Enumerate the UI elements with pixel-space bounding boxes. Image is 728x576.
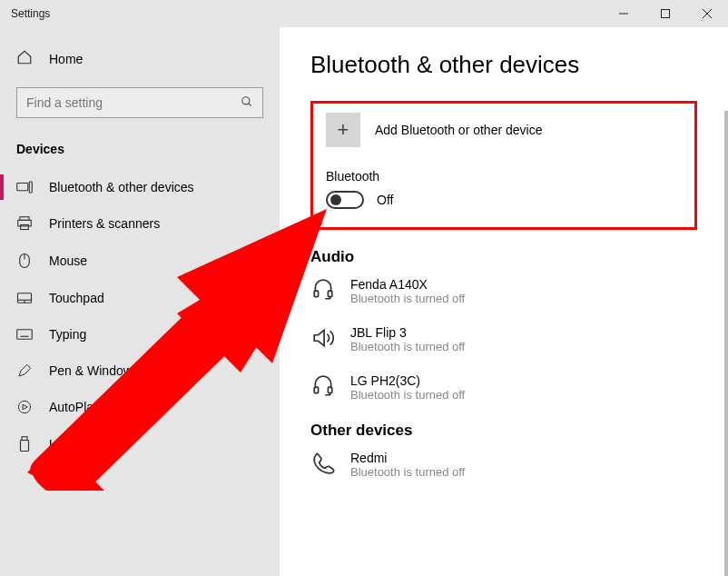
svg-line-5	[249, 103, 251, 105]
device-status: Bluetooth is turned off	[350, 340, 465, 353]
nav-touchpad[interactable]: Touchpad	[0, 280, 280, 316]
mouse-icon	[16, 253, 33, 269]
maximize-button[interactable]	[644, 0, 686, 27]
svg-rect-26	[328, 291, 331, 297]
nav-label: Pen & Windows Ink	[49, 363, 159, 378]
nav-label: Typing	[49, 327, 86, 342]
device-row[interactable]: Redmi Bluetooth is turned off	[310, 451, 697, 479]
svg-rect-24	[21, 441, 29, 452]
section-title: Devices	[0, 134, 280, 169]
svg-rect-27	[314, 387, 318, 393]
add-device-row[interactable]: + Add Bluetooth or other device	[326, 113, 682, 147]
plus-icon: +	[326, 113, 360, 147]
autoplay-icon	[16, 400, 33, 414]
audio-heading: Audio	[310, 248, 697, 266]
nav-usb[interactable]: USB	[0, 425, 280, 463]
printer-icon	[16, 216, 33, 231]
device-status: Bluetooth is turned off	[350, 465, 465, 479]
annotation-box: + Add Bluetooth or other device Bluetoot…	[310, 101, 697, 230]
touchpad-icon	[16, 292, 33, 304]
page-heading: Bluetooth & other devices	[310, 51, 697, 79]
phone-icon	[310, 451, 336, 476]
bluetooth-label: Bluetooth	[326, 169, 682, 184]
svg-point-4	[242, 96, 250, 104]
scrollbar[interactable]	[724, 111, 728, 576]
svg-rect-28	[328, 387, 331, 393]
close-button[interactable]	[686, 0, 728, 27]
sidebar: Home Devices Bluetooth & other devices P…	[0, 27, 280, 576]
usb-icon	[16, 436, 33, 452]
nav-label: AutoPlay	[49, 400, 100, 414]
add-device-label: Add Bluetooth or other device	[375, 123, 542, 137]
headset-icon	[310, 373, 336, 399]
nav-label: Bluetooth & other devices	[49, 180, 194, 194]
nav-label: USB	[49, 437, 75, 452]
keyboard-icon	[16, 329, 33, 340]
svg-point-22	[18, 401, 30, 412]
device-row[interactable]: JBL Flip 3 Bluetooth is turned off	[310, 325, 697, 353]
device-name: Fenda A140X	[350, 277, 465, 292]
bluetooth-toggle[interactable]	[326, 191, 364, 209]
svg-rect-6	[17, 184, 28, 191]
nav-label: Mouse	[49, 253, 87, 268]
svg-rect-1	[662, 10, 670, 18]
device-row[interactable]: Fenda A140X Bluetooth is turned off	[310, 277, 697, 305]
svg-rect-10	[21, 224, 29, 229]
home-nav[interactable]: Home	[0, 40, 280, 78]
search-input[interactable]	[26, 95, 241, 110]
nav-label: Printers & scanners	[49, 216, 160, 231]
pen-icon	[16, 363, 33, 378]
search-box[interactable]	[16, 87, 263, 118]
nav-autoplay[interactable]: AutoPlay	[0, 389, 280, 425]
device-name: JBL Flip 3	[350, 325, 465, 340]
device-name: Redmi	[350, 451, 465, 465]
search-icon	[241, 95, 253, 111]
nav-printers[interactable]: Printers & scanners	[0, 205, 280, 242]
device-name: LG PH2(3C)	[350, 373, 465, 388]
nav-label: Touchpad	[49, 291, 104, 305]
home-label: Home	[49, 52, 83, 66]
device-row[interactable]: LG PH2(3C) Bluetooth is turned off	[310, 373, 697, 402]
home-icon	[16, 49, 33, 69]
devices-icon	[16, 181, 33, 194]
minimize-button[interactable]	[603, 0, 644, 27]
window-title: Settings	[11, 7, 603, 20]
svg-rect-8	[20, 217, 29, 221]
svg-rect-16	[17, 330, 33, 340]
speaker-icon	[310, 325, 336, 351]
main-panel: Bluetooth & other devices + Add Bluetoot…	[280, 27, 728, 576]
svg-rect-7	[29, 182, 32, 193]
svg-rect-25	[314, 291, 318, 297]
headset-icon	[310, 277, 336, 303]
nav-typing[interactable]: Typing	[0, 316, 280, 353]
nav-pen[interactable]: Pen & Windows Ink	[0, 353, 280, 389]
other-heading: Other devices	[310, 422, 697, 440]
nav-bluetooth[interactable]: Bluetooth & other devices	[0, 169, 280, 205]
titlebar: Settings	[0, 0, 728, 27]
device-status: Bluetooth is turned off	[350, 388, 465, 402]
toggle-state: Off	[377, 193, 393, 207]
device-status: Bluetooth is turned off	[350, 292, 465, 305]
nav-mouse[interactable]: Mouse	[0, 242, 280, 280]
